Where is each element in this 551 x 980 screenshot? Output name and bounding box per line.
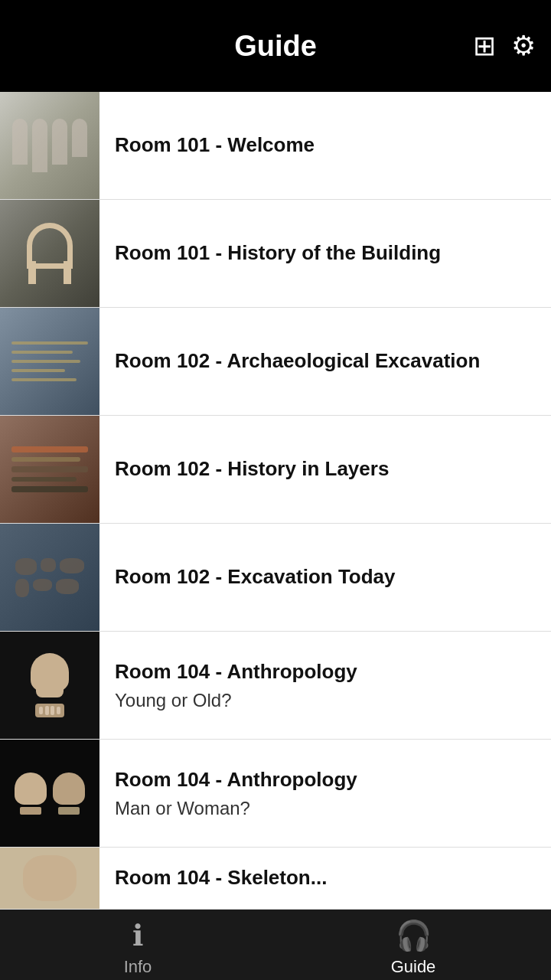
nav-label-info: Info <box>124 957 152 977</box>
item-title: Room 102 - Archaeological Excavation <box>115 348 536 374</box>
app-header: Guide ⊞ ⚙ <box>0 0 551 92</box>
item-text: Room 104 - AnthropologyYoung or Old? <box>99 659 551 711</box>
list-item[interactable]: Room 102 - Archaeological Excavation <box>0 308 551 416</box>
item-text: Room 101 - Welcome <box>99 132 551 158</box>
guide-list: Room 101 - Welcome Room 101 - History of… <box>0 92 551 910</box>
thumbnail-1 <box>0 200 99 307</box>
header-icons: ⊞ ⚙ <box>473 30 536 62</box>
item-text: Room 104 - Skeleton... <box>99 865 551 891</box>
grid-icon[interactable]: ⊞ <box>473 30 496 62</box>
list-item[interactable]: Room 104 - AnthropologyYoung or Old? <box>0 632 551 740</box>
item-title: Room 102 - History in Layers <box>115 456 536 482</box>
item-subtitle: Young or Old? <box>115 690 536 711</box>
list-item[interactable]: Room 104 - Skeleton... <box>0 848 551 910</box>
settings-icon[interactable]: ⚙ <box>511 30 536 62</box>
thumbnail-5 <box>0 632 99 739</box>
item-title: Room 104 - Skeleton... <box>115 865 536 891</box>
item-title: Room 104 - Anthropology <box>115 767 536 793</box>
thumbnail-4 <box>0 524 99 631</box>
item-text: Room 102 - Archaeological Excavation <box>99 348 551 374</box>
item-text: Room 102 - Excavation Today <box>99 564 551 590</box>
item-subtitle: Man or Woman? <box>115 798 536 819</box>
thumbnail-2 <box>0 308 99 415</box>
list-item[interactable]: Room 104 - AnthropologyMan or Woman? <box>0 740 551 848</box>
bottom-nav: ℹ Info 🎧 Guide <box>0 910 551 980</box>
thumbnail-7 <box>0 848 99 909</box>
item-text: Room 102 - History in Layers <box>99 456 551 482</box>
info-icon: ℹ <box>132 919 143 952</box>
item-title: Room 102 - Excavation Today <box>115 564 536 590</box>
header-title: Guide <box>234 30 317 63</box>
nav-item-info[interactable]: ℹ Info <box>0 919 276 977</box>
item-title: Room 101 - History of the Building <box>115 240 536 266</box>
list-item[interactable]: Room 101 - History of the Building <box>0 200 551 308</box>
guide-headphones-icon: 🎧 <box>396 919 432 952</box>
list-item[interactable]: Room 102 - History in Layers <box>0 416 551 524</box>
item-title: Room 101 - Welcome <box>115 132 536 158</box>
nav-label-guide: Guide <box>391 957 436 977</box>
list-item[interactable]: Room 102 - Excavation Today <box>0 524 551 632</box>
thumbnail-6 <box>0 740 99 847</box>
item-text: Room 104 - AnthropologyMan or Woman? <box>99 767 551 819</box>
thumbnail-0 <box>0 92 99 199</box>
list-item[interactable]: Room 101 - Welcome <box>0 92 551 200</box>
item-title: Room 104 - Anthropology <box>115 659 536 685</box>
nav-item-guide[interactable]: 🎧 Guide <box>276 919 551 977</box>
item-text: Room 101 - History of the Building <box>99 240 551 266</box>
thumbnail-3 <box>0 416 99 523</box>
